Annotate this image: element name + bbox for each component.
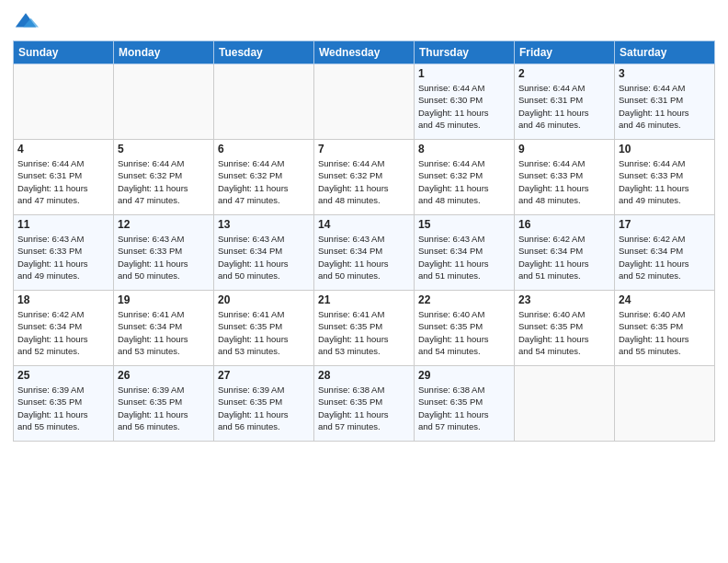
day-number: 23: [518, 293, 610, 306]
day-info: Sunrise: 6:44 AM Sunset: 6:32 PM Dayligh…: [218, 157, 310, 206]
day-info: Sunrise: 6:43 AM Sunset: 6:33 PM Dayligh…: [17, 233, 109, 282]
calendar-cell: 7Sunrise: 6:44 AM Sunset: 6:32 PM Daylig…: [314, 140, 415, 215]
day-info: Sunrise: 6:44 AM Sunset: 6:31 PM Dayligh…: [518, 82, 610, 131]
logo: [13, 9, 42, 35]
day-info: Sunrise: 6:44 AM Sunset: 6:31 PM Dayligh…: [619, 82, 711, 131]
day-number: 10: [619, 143, 711, 155]
calendar-cell: 26Sunrise: 6:39 AM Sunset: 6:35 PM Dayli…: [114, 366, 214, 442]
calendar-cell: 24Sunrise: 6:40 AM Sunset: 6:35 PM Dayli…: [615, 291, 715, 366]
day-number: 4: [17, 143, 109, 155]
day-number: 16: [518, 218, 610, 231]
day-info: Sunrise: 6:43 AM Sunset: 6:34 PM Dayligh…: [418, 233, 510, 282]
calendar-cell: 16Sunrise: 6:42 AM Sunset: 6:34 PM Dayli…: [515, 215, 615, 291]
calendar-cell: 21Sunrise: 6:41 AM Sunset: 6:35 PM Dayli…: [314, 291, 415, 366]
logo-icon: [13, 9, 39, 35]
day-number: 19: [118, 293, 210, 306]
day-info: Sunrise: 6:40 AM Sunset: 6:35 PM Dayligh…: [619, 308, 711, 357]
day-info: Sunrise: 6:44 AM Sunset: 6:33 PM Dayligh…: [518, 157, 610, 206]
day-number: 7: [318, 143, 410, 155]
weekday-header-wednesday: Wednesday: [314, 41, 415, 64]
day-info: Sunrise: 6:44 AM Sunset: 6:32 PM Dayligh…: [118, 157, 210, 206]
day-info: Sunrise: 6:40 AM Sunset: 6:35 PM Dayligh…: [518, 308, 610, 357]
day-info: Sunrise: 6:43 AM Sunset: 6:33 PM Dayligh…: [118, 233, 210, 282]
calendar-cell: 29Sunrise: 6:38 AM Sunset: 6:35 PM Dayli…: [415, 366, 515, 442]
weekday-header-monday: Monday: [114, 41, 214, 64]
weekday-header-saturday: Saturday: [615, 41, 715, 64]
calendar-cell: 17Sunrise: 6:42 AM Sunset: 6:34 PM Dayli…: [615, 215, 715, 291]
calendar-cell: 22Sunrise: 6:40 AM Sunset: 6:35 PM Dayli…: [415, 291, 515, 366]
calendar-cell: 4Sunrise: 6:44 AM Sunset: 6:31 PM Daylig…: [14, 140, 114, 215]
day-number: 26: [118, 369, 210, 382]
day-number: 3: [619, 67, 711, 80]
calendar-cell: [314, 64, 415, 140]
calendar-cell: 25Sunrise: 6:39 AM Sunset: 6:35 PM Dayli…: [14, 366, 114, 442]
day-number: 9: [518, 143, 610, 155]
page: SundayMondayTuesdayWednesdayThursdayFrid…: [0, 0, 728, 563]
day-info: Sunrise: 6:42 AM Sunset: 6:34 PM Dayligh…: [518, 233, 610, 282]
calendar-cell: 20Sunrise: 6:41 AM Sunset: 6:35 PM Dayli…: [214, 291, 314, 366]
calendar-cell: [14, 64, 114, 140]
day-info: Sunrise: 6:44 AM Sunset: 6:32 PM Dayligh…: [318, 157, 410, 206]
calendar-week-row: 18Sunrise: 6:42 AM Sunset: 6:34 PM Dayli…: [14, 291, 715, 366]
calendar-week-row: 11Sunrise: 6:43 AM Sunset: 6:33 PM Dayli…: [14, 215, 715, 291]
weekday-header-thursday: Thursday: [415, 41, 515, 64]
day-number: 27: [218, 369, 310, 382]
weekday-header-tuesday: Tuesday: [214, 41, 314, 64]
calendar-table: SundayMondayTuesdayWednesdayThursdayFrid…: [13, 40, 715, 442]
day-number: 14: [318, 218, 410, 231]
day-number: 29: [418, 369, 510, 382]
day-number: 18: [17, 293, 109, 306]
calendar-cell: 8Sunrise: 6:44 AM Sunset: 6:32 PM Daylig…: [415, 140, 515, 215]
day-info: Sunrise: 6:44 AM Sunset: 6:33 PM Dayligh…: [619, 157, 711, 206]
calendar-cell: 19Sunrise: 6:41 AM Sunset: 6:34 PM Dayli…: [114, 291, 214, 366]
day-info: Sunrise: 6:43 AM Sunset: 6:34 PM Dayligh…: [218, 233, 310, 282]
weekday-header-sunday: Sunday: [14, 41, 114, 64]
day-number: 17: [619, 218, 711, 231]
day-info: Sunrise: 6:42 AM Sunset: 6:34 PM Dayligh…: [619, 233, 711, 282]
calendar-cell: 15Sunrise: 6:43 AM Sunset: 6:34 PM Dayli…: [415, 215, 515, 291]
calendar-week-row: 4Sunrise: 6:44 AM Sunset: 6:31 PM Daylig…: [14, 140, 715, 215]
day-number: 22: [418, 293, 510, 306]
day-number: 6: [218, 143, 310, 155]
calendar-cell: 13Sunrise: 6:43 AM Sunset: 6:34 PM Dayli…: [214, 215, 314, 291]
day-number: 5: [118, 143, 210, 155]
day-number: 15: [418, 218, 510, 231]
calendar-cell: [615, 366, 715, 442]
day-info: Sunrise: 6:39 AM Sunset: 6:35 PM Dayligh…: [218, 384, 310, 432]
weekday-header-row: SundayMondayTuesdayWednesdayThursdayFrid…: [14, 41, 715, 64]
calendar-cell: 1Sunrise: 6:44 AM Sunset: 6:30 PM Daylig…: [415, 64, 515, 140]
day-info: Sunrise: 6:38 AM Sunset: 6:35 PM Dayligh…: [318, 384, 410, 432]
day-number: 24: [619, 293, 711, 306]
day-number: 2: [518, 67, 610, 80]
calendar-cell: [114, 64, 214, 140]
day-number: 11: [17, 218, 109, 231]
day-info: Sunrise: 6:41 AM Sunset: 6:35 PM Dayligh…: [218, 308, 310, 357]
day-number: 20: [218, 293, 310, 306]
calendar-cell: 28Sunrise: 6:38 AM Sunset: 6:35 PM Dayli…: [314, 366, 415, 442]
day-number: 28: [318, 369, 410, 382]
day-number: 13: [218, 218, 310, 231]
day-info: Sunrise: 6:44 AM Sunset: 6:30 PM Dayligh…: [418, 82, 510, 131]
day-info: Sunrise: 6:44 AM Sunset: 6:31 PM Dayligh…: [17, 157, 109, 206]
day-number: 21: [318, 293, 410, 306]
calendar-cell: [214, 64, 314, 140]
day-info: Sunrise: 6:38 AM Sunset: 6:35 PM Dayligh…: [418, 384, 510, 432]
day-number: 25: [17, 369, 109, 382]
day-info: Sunrise: 6:40 AM Sunset: 6:35 PM Dayligh…: [418, 308, 510, 357]
calendar-cell: 18Sunrise: 6:42 AM Sunset: 6:34 PM Dayli…: [14, 291, 114, 366]
calendar-cell: 2Sunrise: 6:44 AM Sunset: 6:31 PM Daylig…: [515, 64, 615, 140]
calendar-cell: 27Sunrise: 6:39 AM Sunset: 6:35 PM Dayli…: [214, 366, 314, 442]
calendar-week-row: 25Sunrise: 6:39 AM Sunset: 6:35 PM Dayli…: [14, 366, 715, 442]
day-info: Sunrise: 6:39 AM Sunset: 6:35 PM Dayligh…: [118, 384, 210, 432]
calendar-cell: 5Sunrise: 6:44 AM Sunset: 6:32 PM Daylig…: [114, 140, 214, 215]
day-info: Sunrise: 6:44 AM Sunset: 6:32 PM Dayligh…: [418, 157, 510, 206]
day-number: 1: [418, 67, 510, 80]
calendar-cell: 3Sunrise: 6:44 AM Sunset: 6:31 PM Daylig…: [615, 64, 715, 140]
day-number: 12: [118, 218, 210, 231]
calendar-week-row: 1Sunrise: 6:44 AM Sunset: 6:30 PM Daylig…: [14, 64, 715, 140]
calendar-cell: [515, 366, 615, 442]
calendar-cell: 9Sunrise: 6:44 AM Sunset: 6:33 PM Daylig…: [515, 140, 615, 215]
calendar-cell: 6Sunrise: 6:44 AM Sunset: 6:32 PM Daylig…: [214, 140, 314, 215]
header: [13, 9, 715, 35]
day-info: Sunrise: 6:39 AM Sunset: 6:35 PM Dayligh…: [17, 384, 109, 432]
